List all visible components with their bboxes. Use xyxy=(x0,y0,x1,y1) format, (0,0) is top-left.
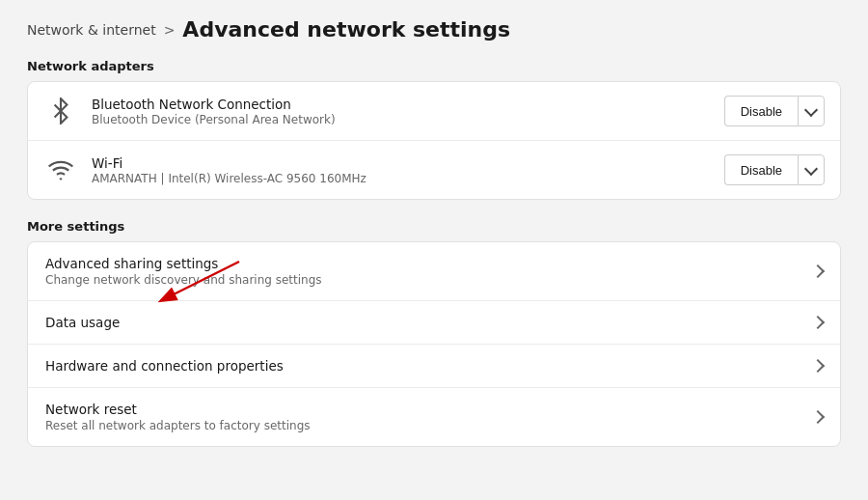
advanced-sharing-desc: Change network discovery and sharing set… xyxy=(45,273,813,287)
settings-list: Advanced sharing settings Change network… xyxy=(27,241,841,447)
network-reset-content: Network reset Reset all network adapters… xyxy=(45,402,813,432)
bluetooth-adapter-info: Bluetooth Network Connection Bluetooth D… xyxy=(92,97,711,126)
settings-item-data-usage[interactable]: Data usage xyxy=(28,301,840,345)
adapter-item-wifi: Wi-Fi AMARNATH | Intel(R) Wireless-AC 95… xyxy=(28,141,840,199)
advanced-sharing-chevron-right-icon xyxy=(811,264,825,278)
wifi-adapter-name: Wi-Fi xyxy=(92,155,711,171)
svg-point-0 xyxy=(60,178,62,180)
bluetooth-icon xyxy=(43,94,78,128)
hardware-chevron-right-icon xyxy=(811,359,825,373)
wifi-adapter-actions: Disable xyxy=(724,154,825,185)
more-settings-label: More settings xyxy=(27,219,841,234)
more-settings-section: More settings Advanced sharing settings … xyxy=(27,219,841,447)
bluetooth-chevron-button[interactable] xyxy=(798,96,825,126)
bluetooth-chevron-down-icon xyxy=(804,102,818,116)
wifi-icon xyxy=(43,153,78,187)
data-usage-content: Data usage xyxy=(45,315,813,330)
adapters-list: Bluetooth Network Connection Bluetooth D… xyxy=(27,81,841,200)
data-usage-chevron-right-icon xyxy=(811,316,825,329)
network-reset-desc: Reset all network adapters to factory se… xyxy=(45,419,813,432)
breadcrumb-parent[interactable]: Network & internet xyxy=(27,22,156,38)
wifi-chevron-down-icon xyxy=(804,161,818,175)
settings-item-network-reset[interactable]: Network reset Reset all network adapters… xyxy=(28,388,840,446)
bluetooth-disable-button[interactable]: Disable xyxy=(724,96,798,126)
breadcrumb: Network & internet > Advanced network se… xyxy=(27,17,841,42)
network-reset-title: Network reset xyxy=(45,402,813,417)
bluetooth-adapter-name: Bluetooth Network Connection xyxy=(92,97,711,112)
wifi-disable-button[interactable]: Disable xyxy=(724,154,798,185)
settings-item-advanced-sharing[interactable]: Advanced sharing settings Change network… xyxy=(28,242,840,301)
wifi-adapter-info: Wi-Fi AMARNATH | Intel(R) Wireless-AC 95… xyxy=(92,155,711,185)
advanced-sharing-title: Advanced sharing settings xyxy=(45,256,813,271)
settings-item-hardware[interactable]: Hardware and connection properties xyxy=(28,345,840,388)
wifi-chevron-button[interactable] xyxy=(798,154,825,185)
hardware-content: Hardware and connection properties xyxy=(45,358,813,374)
adapter-item-bluetooth: Bluetooth Network Connection Bluetooth D… xyxy=(28,82,840,141)
data-usage-title: Data usage xyxy=(45,315,813,330)
wifi-adapter-desc: AMARNATH | Intel(R) Wireless-AC 9560 160… xyxy=(92,172,711,185)
network-adapters-label: Network adapters xyxy=(27,59,841,73)
bluetooth-adapter-desc: Bluetooth Device (Personal Area Network) xyxy=(92,113,711,126)
bluetooth-adapter-actions: Disable xyxy=(724,96,825,126)
breadcrumb-separator: > xyxy=(164,22,176,38)
hardware-title: Hardware and connection properties xyxy=(45,358,813,374)
advanced-sharing-content: Advanced sharing settings Change network… xyxy=(45,256,813,287)
network-reset-chevron-right-icon xyxy=(811,410,825,424)
breadcrumb-current: Advanced network settings xyxy=(182,17,510,42)
